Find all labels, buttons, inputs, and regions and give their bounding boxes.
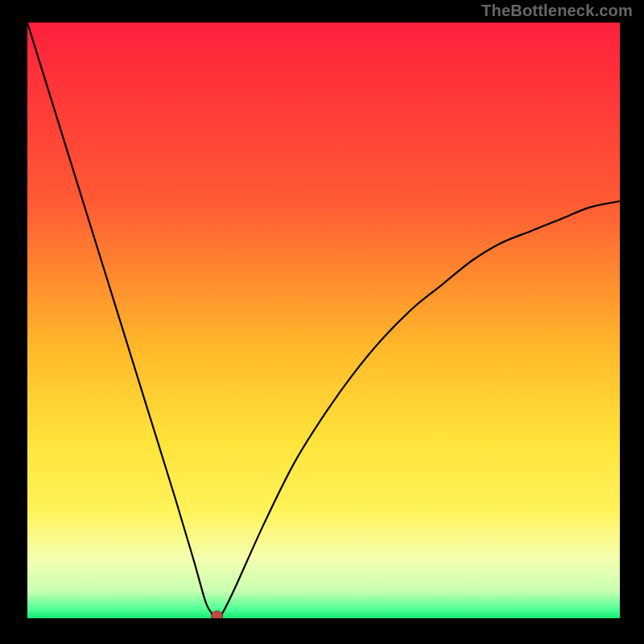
optimal-marker [212,611,223,618]
gradient-background [27,23,620,618]
plot-area [27,23,620,618]
chart-frame: TheBottleneck.com [0,0,644,644]
watermark-text: TheBottleneck.com [481,2,633,20]
chart-svg [27,23,620,618]
